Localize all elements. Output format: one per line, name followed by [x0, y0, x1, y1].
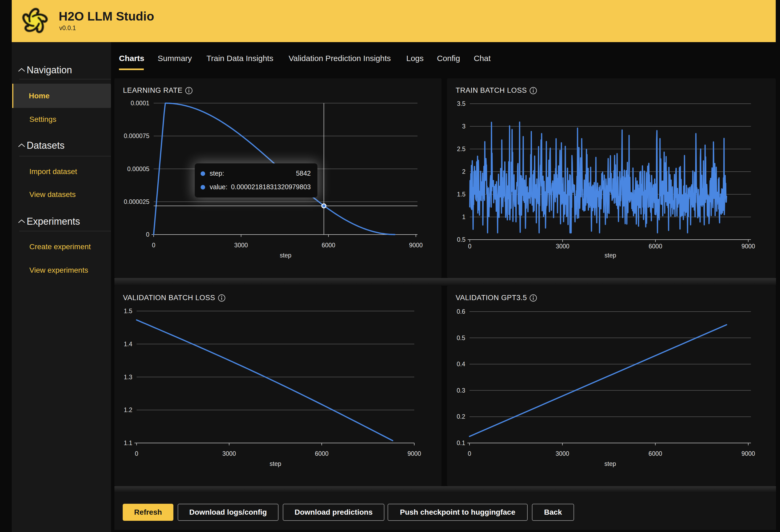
svg-text:0.000075: 0.000075: [124, 132, 149, 140]
svg-text:3: 3: [462, 123, 466, 130]
svg-text:step: step: [604, 460, 616, 467]
svg-text:3000: 3000: [556, 450, 569, 457]
svg-text:9000: 9000: [741, 450, 755, 457]
svg-text:0.00005: 0.00005: [127, 165, 149, 172]
svg-text:6000: 6000: [322, 242, 335, 249]
svg-text:0: 0: [468, 450, 471, 457]
svg-text:step: step: [280, 252, 291, 259]
svg-text:step: step: [270, 460, 281, 467]
svg-text:1.5: 1.5: [124, 308, 132, 315]
svg-text:0.5: 0.5: [457, 334, 465, 341]
svg-text:6000: 6000: [315, 450, 328, 457]
svg-text:step: step: [604, 252, 616, 259]
svg-text:1.4: 1.4: [124, 340, 132, 348]
svg-text:6000: 6000: [648, 450, 662, 457]
svg-text:0: 0: [146, 231, 149, 238]
svg-text:0.3: 0.3: [457, 387, 465, 394]
svg-text:0.5: 0.5: [457, 236, 466, 243]
svg-text:9000: 9000: [741, 243, 755, 250]
svg-text:1: 1: [462, 213, 466, 220]
svg-text:1.2: 1.2: [124, 407, 132, 413]
svg-text:9000: 9000: [407, 450, 421, 457]
svg-text:2.5: 2.5: [457, 146, 466, 153]
svg-text:6000: 6000: [648, 243, 662, 250]
svg-text:0: 0: [135, 450, 139, 457]
svg-text:1.5: 1.5: [457, 191, 466, 198]
svg-text:0.1: 0.1: [457, 439, 465, 446]
svg-text:0: 0: [152, 242, 155, 249]
svg-text:3000: 3000: [222, 450, 236, 457]
svg-text:0.000025: 0.000025: [124, 198, 149, 205]
svg-text:0: 0: [468, 243, 472, 250]
svg-text:0.2: 0.2: [457, 413, 465, 420]
svg-text:3000: 3000: [556, 243, 569, 250]
svg-text:1.3: 1.3: [124, 374, 132, 381]
svg-text:0.6: 0.6: [457, 308, 465, 315]
svg-text:9000: 9000: [409, 242, 423, 249]
svg-text:1.1: 1.1: [124, 439, 132, 446]
svg-text:2: 2: [462, 168, 466, 175]
svg-text:3000: 3000: [234, 242, 248, 249]
svg-text:0.4: 0.4: [457, 361, 465, 368]
svg-text:3.5: 3.5: [457, 100, 466, 107]
svg-text:0.0001: 0.0001: [131, 100, 149, 107]
